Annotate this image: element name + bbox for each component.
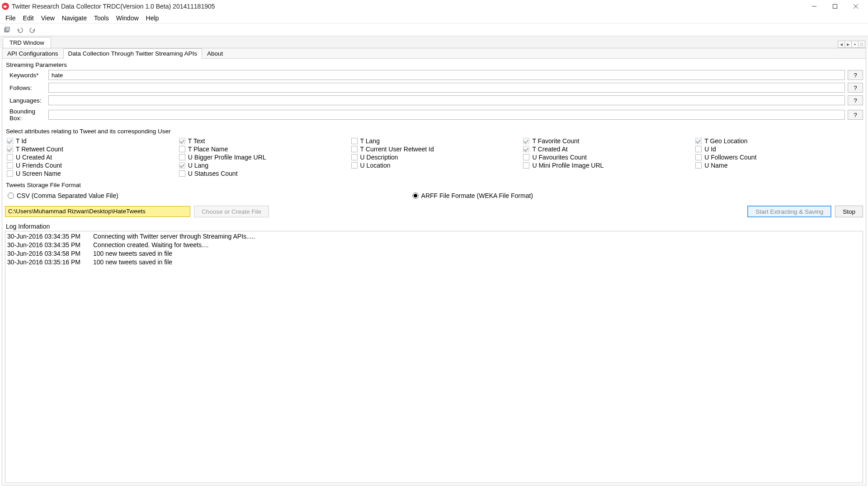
log-box[interactable]: 30-Jun-2016 03:34:35 PMConnecting with T… xyxy=(5,231,863,483)
checkbox-t-place-name[interactable]: T Place Name xyxy=(179,145,347,153)
languages-help-button[interactable]: ? xyxy=(848,95,863,105)
checkbox-label: U Favourites Count xyxy=(532,154,587,161)
checkbox-u-id[interactable]: U Id xyxy=(695,145,863,153)
checkbox-u-screen-name[interactable]: U Screen Name xyxy=(7,170,175,177)
checkbox-u-location[interactable]: U Location xyxy=(351,162,519,169)
row-follows: Follows: ? xyxy=(5,83,863,93)
checkbox-label: T Retweet Count xyxy=(16,145,63,153)
checkbox-box xyxy=(695,138,702,144)
radio-arff-label: ARFF File Formate (WEKA File Format) xyxy=(421,192,533,199)
languages-input[interactable] xyxy=(48,95,845,105)
checkbox-t-created-at: T Created At xyxy=(523,145,691,153)
streaming-title: Streaming Parameters xyxy=(5,61,863,70)
checkbox-box xyxy=(7,154,13,160)
checkbox-label: U Bigger Profile Image URL xyxy=(188,154,266,161)
file-path-field[interactable]: C:\Users\Muhammad Rizwan\Desktop\HateTwe… xyxy=(5,206,190,217)
checkbox-t-lang[interactable]: T Lang xyxy=(351,137,519,145)
radio-csv[interactable]: CSV (Comma Separated Value File) xyxy=(8,192,118,199)
window-title: Twitter Research Data Collector TRDC(Ver… xyxy=(12,3,215,10)
log-title: Log Information xyxy=(5,221,863,231)
svg-rect-5 xyxy=(5,27,9,31)
checkbox-box xyxy=(523,162,529,169)
checkbox-u-name[interactable]: U Name xyxy=(695,162,863,169)
checkbox-label: U Name xyxy=(704,162,727,169)
keywords-help-button[interactable]: ? xyxy=(848,70,863,80)
checkbox-u-created-at[interactable]: U Created At xyxy=(7,154,175,161)
log-message: 100 new tweets saved in file xyxy=(93,250,172,257)
radio-csv-dot xyxy=(8,192,14,199)
window-tab-row: TRD Window ◀ ▶ ▾ ▢ xyxy=(0,36,868,48)
follows-label: Follows: xyxy=(5,84,46,91)
checkbox-box xyxy=(7,146,13,152)
checkbox-label: U Followers Count xyxy=(704,154,756,161)
tab-api-config[interactable]: API Configurations xyxy=(2,48,63,59)
languages-label: Languages: xyxy=(5,97,46,104)
menu-edit[interactable]: Edit xyxy=(19,14,38,23)
titlebar: Twitter Research Data Collector TRDC(Ver… xyxy=(0,0,868,13)
checkbox-u-friends-count[interactable]: U Friends Count xyxy=(7,162,175,169)
checkbox-u-statuses-count[interactable]: U Statuses Count xyxy=(179,170,347,177)
window-tab[interactable]: TRD Window xyxy=(3,37,51,48)
save-all-icon[interactable] xyxy=(2,25,13,35)
radio-arff[interactable]: ARFF File Formate (WEKA File Format) xyxy=(412,192,533,199)
tab-navigation: ◀ ▶ ▾ ▢ xyxy=(838,41,867,48)
follows-help-button[interactable]: ? xyxy=(848,83,863,93)
tab-list-icon[interactable]: ▾ xyxy=(851,41,859,48)
choose-file-button[interactable]: Choose or Create File xyxy=(194,206,269,217)
menu-window[interactable]: Window xyxy=(113,14,142,23)
checkbox-u-bigger-profile-image-url[interactable]: U Bigger Profile Image URL xyxy=(179,154,347,161)
checkbox-box xyxy=(179,154,185,160)
minimize-button[interactable] xyxy=(804,0,825,13)
bbox-help-button[interactable]: ? xyxy=(848,110,863,120)
bbox-input[interactable] xyxy=(48,110,845,120)
checkbox-label: T Lang xyxy=(360,137,380,145)
keywords-input[interactable] xyxy=(48,70,845,80)
checkbox-u-followers-count[interactable]: U Followers Count xyxy=(695,154,863,161)
log-timestamp: 30-Jun-2016 03:34:58 PM xyxy=(7,249,93,258)
start-extracting-button[interactable]: Start Extracting & Saving xyxy=(747,206,831,217)
menu-view[interactable]: View xyxy=(38,14,58,23)
redo-icon[interactable] xyxy=(27,25,38,35)
checkbox-u-description[interactable]: U Description xyxy=(351,154,519,161)
checkbox-label: T Favorite Count xyxy=(532,137,579,145)
checkbox-t-current-user-retweet-id[interactable]: T Current User Retweet Id xyxy=(351,145,519,153)
checkbox-box xyxy=(695,154,702,160)
menu-file[interactable]: File xyxy=(2,14,19,23)
log-message: 100 new tweets saved in file xyxy=(93,258,172,266)
undo-icon[interactable] xyxy=(14,25,25,35)
checkbox-box xyxy=(7,138,13,144)
attrs-title: Select attributes relating to Tweet and … xyxy=(5,127,863,136)
checkbox-box xyxy=(523,146,529,152)
checkbox-label: T Text xyxy=(188,137,205,145)
maximize-button[interactable] xyxy=(825,0,845,13)
tab-about[interactable]: About xyxy=(202,48,228,59)
checkbox-label: T Current User Retweet Id xyxy=(360,145,434,153)
log-message: Connection created. Waiting for tweets..… xyxy=(93,241,209,249)
keywords-label: Keywords* xyxy=(5,72,46,79)
checkbox-box xyxy=(695,146,702,152)
checkbox-box xyxy=(7,162,13,169)
checkbox-label: T Place Name xyxy=(188,145,228,153)
checkbox-label: U Location xyxy=(360,162,391,169)
checkbox-label: T Created At xyxy=(532,145,567,153)
tab-data-collection[interactable]: Data Collection Through Twitter Streamin… xyxy=(63,48,202,59)
menu-help[interactable]: Help xyxy=(142,14,163,23)
tab-max-icon[interactable]: ▢ xyxy=(858,41,865,48)
checkbox-label: T Id xyxy=(16,137,27,145)
menu-navigate[interactable]: Navigate xyxy=(58,14,90,23)
tab-next-icon[interactable]: ▶ xyxy=(844,41,852,48)
checkbox-u-favourites-count[interactable]: U Favourites Count xyxy=(523,154,691,161)
follows-input[interactable] xyxy=(48,83,845,93)
checkbox-label: U Id xyxy=(704,145,716,153)
menu-tools[interactable]: Tools xyxy=(90,14,113,23)
tab-prev-icon[interactable]: ◀ xyxy=(838,41,845,48)
stop-button[interactable]: Stop xyxy=(835,206,863,217)
checkbox-u-mini-profile-image-url[interactable]: U Mini Profile Image URL xyxy=(523,162,691,169)
log-line: 30-Jun-2016 03:35:16 PM100 new tweets sa… xyxy=(7,258,861,267)
log-message: Connecting with Twitter server through S… xyxy=(93,233,255,240)
close-button[interactable] xyxy=(845,0,866,13)
checkbox-label: T Geo Location xyxy=(704,137,747,145)
radio-csv-label: CSV (Comma Separated Value File) xyxy=(17,192,118,199)
checkbox-box xyxy=(695,162,702,169)
checkbox-box xyxy=(351,138,358,144)
